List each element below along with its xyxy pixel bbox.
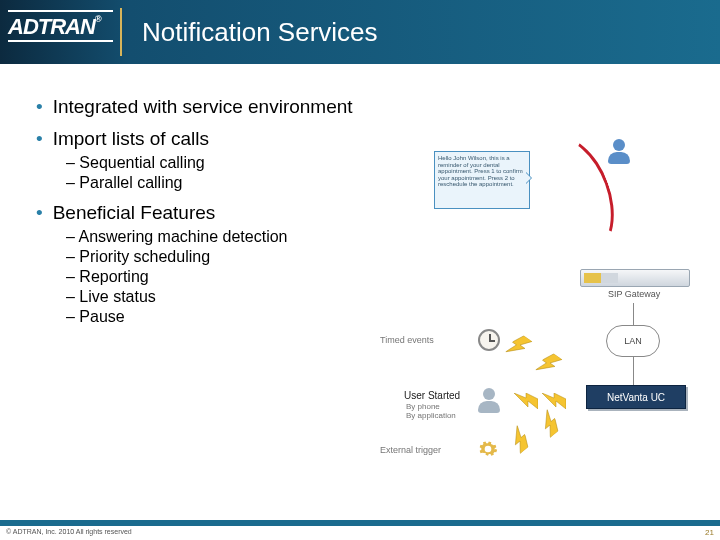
sip-gateway-label: SIP Gateway [608, 289, 660, 299]
lan-cloud: LAN [606, 325, 660, 357]
user-started-label: User Started [404, 390, 460, 401]
copyright-text: © ADTRAN, Inc. 2010 All rights reserved [0, 528, 720, 535]
user-icon [478, 388, 500, 414]
svg-marker-1 [535, 350, 562, 379]
diagram-area: Hello John Wilson, this is a reminder of… [430, 135, 710, 475]
external-trigger-label: External trigger [380, 445, 441, 455]
logo-text: ADTRAN® [8, 14, 101, 39]
header-bar: ADTRAN® Notification Services [0, 0, 720, 64]
user-started-sub2: By application [406, 411, 456, 420]
user-started-sub1: By phone [406, 402, 440, 411]
timed-events-label: Timed events [380, 335, 434, 345]
svg-marker-3 [542, 393, 566, 409]
sip-gateway-icon [580, 269, 690, 287]
bolt-icon [537, 412, 562, 438]
person-icon [608, 139, 630, 165]
footer: © ADTRAN, Inc. 2010 All rights reserved … [0, 520, 720, 540]
page-number: 21 [705, 528, 714, 537]
slide-title: Notification Services [142, 17, 378, 48]
svg-marker-4 [505, 425, 533, 454]
netvanta-box: NetVanta UC [586, 385, 686, 409]
svg-marker-2 [514, 393, 538, 409]
svg-marker-5 [535, 409, 563, 438]
clock-icon [478, 329, 500, 351]
svg-marker-0 [505, 332, 532, 361]
bolt-icon [546, 393, 566, 409]
bullet-integrated: Integrated with service environment [30, 96, 690, 118]
gear-icon [478, 439, 498, 459]
bolt-icon [538, 350, 563, 376]
speech-bubble: Hello John Wilson, this is a reminder of… [434, 151, 530, 209]
bolt-icon [508, 332, 533, 358]
brand-logo: ADTRAN® [8, 10, 118, 48]
title-area: Notification Services [120, 0, 720, 64]
bolt-icon [518, 393, 538, 409]
bolt-icon [507, 428, 532, 454]
